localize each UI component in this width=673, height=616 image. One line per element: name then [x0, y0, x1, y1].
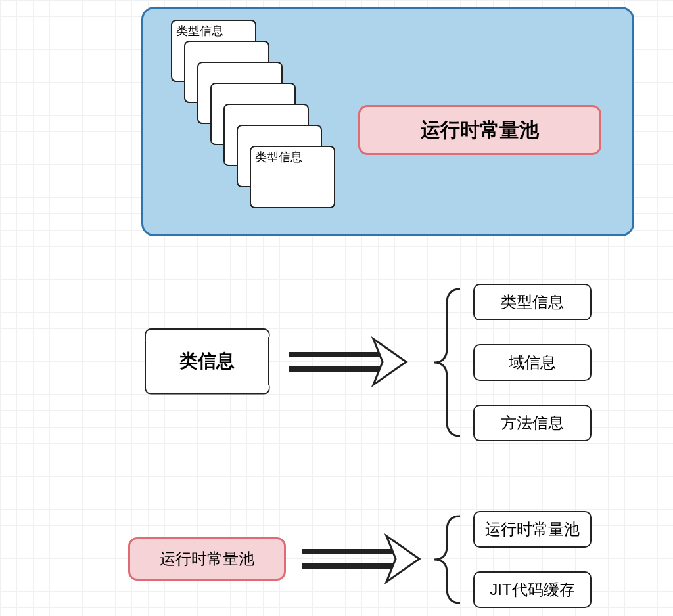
arrow-icon [289, 339, 406, 385]
diagram-root: 类型信息 类型信息 运行时常量池 类信息 类型信息 域信息 方法信息 运行时常量… [0, 0, 673, 616]
arrow-icon [302, 536, 419, 582]
list-label: 运行时常量池 [485, 519, 580, 540]
list-label: 域信息 [509, 352, 556, 373]
list-label: JIT代码缓存 [490, 579, 574, 600]
runtime-constant-pool-box: 运行时常量池 [128, 537, 286, 581]
type-info-label: 类型信息 [176, 24, 223, 37]
runtime-const-item: 运行时常量池 [473, 511, 592, 548]
brace-icon [434, 289, 460, 436]
list-label: 类型信息 [501, 292, 564, 313]
list-label: 方法信息 [501, 412, 564, 433]
runtime-constant-pool-label: 运行时常量池 [421, 117, 539, 144]
class-info-box: 类信息 [145, 328, 269, 394]
method-info-box: 方法信息 [473, 405, 592, 441]
brace-icon [434, 516, 460, 603]
type-info-label: 类型信息 [255, 150, 302, 164]
domain-info-box: 域信息 [473, 344, 592, 381]
runtime-constant-pool-label: 运行时常量池 [160, 548, 254, 569]
class-info-label: 类信息 [179, 349, 235, 374]
type-info-doc: 类型信息 [250, 146, 335, 208]
runtime-constant-pool-box: 运行时常量池 [358, 105, 601, 155]
type-info-box: 类型信息 [473, 284, 592, 320]
jit-cache-item: JIT代码缓存 [473, 571, 592, 608]
